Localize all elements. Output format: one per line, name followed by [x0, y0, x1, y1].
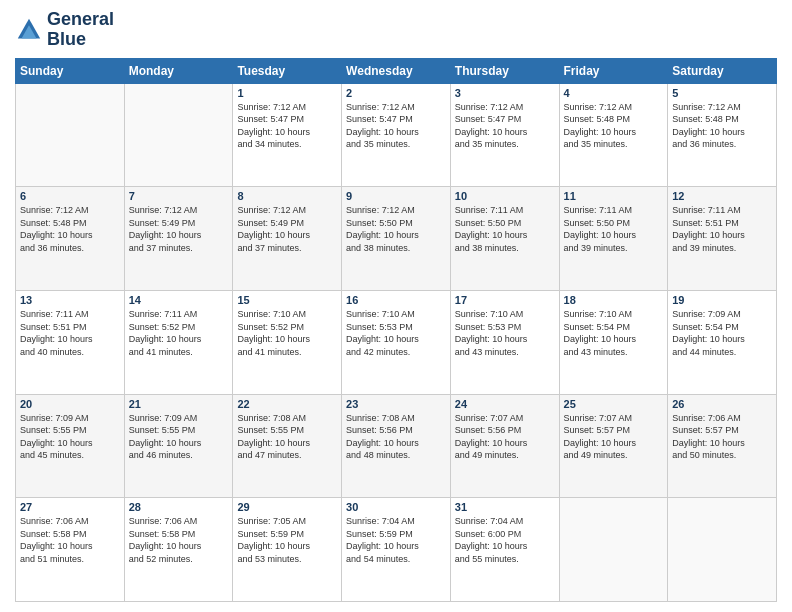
- calendar-cell: 18Sunrise: 7:10 AM Sunset: 5:54 PM Dayli…: [559, 290, 668, 394]
- calendar-cell: 30Sunrise: 7:04 AM Sunset: 5:59 PM Dayli…: [342, 498, 451, 602]
- calendar-cell: 3Sunrise: 7:12 AM Sunset: 5:47 PM Daylig…: [450, 83, 559, 187]
- day-info: Sunrise: 7:06 AM Sunset: 5:58 PM Dayligh…: [20, 515, 120, 565]
- week-row-4: 20Sunrise: 7:09 AM Sunset: 5:55 PM Dayli…: [16, 394, 777, 498]
- calendar-cell: 28Sunrise: 7:06 AM Sunset: 5:58 PM Dayli…: [124, 498, 233, 602]
- day-number: 14: [129, 294, 229, 306]
- day-number: 27: [20, 501, 120, 513]
- day-info: Sunrise: 7:10 AM Sunset: 5:53 PM Dayligh…: [455, 308, 555, 358]
- day-number: 6: [20, 190, 120, 202]
- day-number: 18: [564, 294, 664, 306]
- day-info: Sunrise: 7:11 AM Sunset: 5:50 PM Dayligh…: [564, 204, 664, 254]
- day-header-saturday: Saturday: [668, 58, 777, 83]
- day-number: 2: [346, 87, 446, 99]
- calendar-cell: 7Sunrise: 7:12 AM Sunset: 5:49 PM Daylig…: [124, 187, 233, 291]
- calendar-cell: [668, 498, 777, 602]
- day-info: Sunrise: 7:10 AM Sunset: 5:52 PM Dayligh…: [237, 308, 337, 358]
- calendar-cell: 26Sunrise: 7:06 AM Sunset: 5:57 PM Dayli…: [668, 394, 777, 498]
- logo: General Blue: [15, 10, 114, 50]
- day-info: Sunrise: 7:12 AM Sunset: 5:48 PM Dayligh…: [672, 101, 772, 151]
- day-number: 8: [237, 190, 337, 202]
- day-info: Sunrise: 7:09 AM Sunset: 5:55 PM Dayligh…: [129, 412, 229, 462]
- day-number: 30: [346, 501, 446, 513]
- calendar-cell: 17Sunrise: 7:10 AM Sunset: 5:53 PM Dayli…: [450, 290, 559, 394]
- day-number: 11: [564, 190, 664, 202]
- calendar-cell: 4Sunrise: 7:12 AM Sunset: 5:48 PM Daylig…: [559, 83, 668, 187]
- week-row-2: 6Sunrise: 7:12 AM Sunset: 5:48 PM Daylig…: [16, 187, 777, 291]
- day-number: 3: [455, 87, 555, 99]
- day-info: Sunrise: 7:11 AM Sunset: 5:52 PM Dayligh…: [129, 308, 229, 358]
- calendar-cell: 20Sunrise: 7:09 AM Sunset: 5:55 PM Dayli…: [16, 394, 125, 498]
- day-number: 24: [455, 398, 555, 410]
- day-number: 29: [237, 501, 337, 513]
- day-number: 17: [455, 294, 555, 306]
- calendar-cell: 27Sunrise: 7:06 AM Sunset: 5:58 PM Dayli…: [16, 498, 125, 602]
- day-number: 10: [455, 190, 555, 202]
- day-header-thursday: Thursday: [450, 58, 559, 83]
- day-number: 22: [237, 398, 337, 410]
- day-header-wednesday: Wednesday: [342, 58, 451, 83]
- calendar-cell: [559, 498, 668, 602]
- calendar-cell: 8Sunrise: 7:12 AM Sunset: 5:49 PM Daylig…: [233, 187, 342, 291]
- calendar-cell: 21Sunrise: 7:09 AM Sunset: 5:55 PM Dayli…: [124, 394, 233, 498]
- week-row-1: 1Sunrise: 7:12 AM Sunset: 5:47 PM Daylig…: [16, 83, 777, 187]
- calendar-cell: 24Sunrise: 7:07 AM Sunset: 5:56 PM Dayli…: [450, 394, 559, 498]
- day-header-tuesday: Tuesday: [233, 58, 342, 83]
- day-number: 5: [672, 87, 772, 99]
- day-info: Sunrise: 7:06 AM Sunset: 5:58 PM Dayligh…: [129, 515, 229, 565]
- day-info: Sunrise: 7:12 AM Sunset: 5:49 PM Dayligh…: [237, 204, 337, 254]
- day-info: Sunrise: 7:04 AM Sunset: 6:00 PM Dayligh…: [455, 515, 555, 565]
- day-info: Sunrise: 7:09 AM Sunset: 5:55 PM Dayligh…: [20, 412, 120, 462]
- day-header-friday: Friday: [559, 58, 668, 83]
- day-number: 19: [672, 294, 772, 306]
- calendar-cell: 12Sunrise: 7:11 AM Sunset: 5:51 PM Dayli…: [668, 187, 777, 291]
- calendar-cell: 1Sunrise: 7:12 AM Sunset: 5:47 PM Daylig…: [233, 83, 342, 187]
- day-info: Sunrise: 7:08 AM Sunset: 5:55 PM Dayligh…: [237, 412, 337, 462]
- day-info: Sunrise: 7:11 AM Sunset: 5:51 PM Dayligh…: [672, 204, 772, 254]
- day-info: Sunrise: 7:07 AM Sunset: 5:57 PM Dayligh…: [564, 412, 664, 462]
- calendar-cell: 13Sunrise: 7:11 AM Sunset: 5:51 PM Dayli…: [16, 290, 125, 394]
- day-info: Sunrise: 7:04 AM Sunset: 5:59 PM Dayligh…: [346, 515, 446, 565]
- calendar-cell: [16, 83, 125, 187]
- day-number: 31: [455, 501, 555, 513]
- calendar-cell: 31Sunrise: 7:04 AM Sunset: 6:00 PM Dayli…: [450, 498, 559, 602]
- calendar-cell: 10Sunrise: 7:11 AM Sunset: 5:50 PM Dayli…: [450, 187, 559, 291]
- day-info: Sunrise: 7:10 AM Sunset: 5:53 PM Dayligh…: [346, 308, 446, 358]
- day-number: 15: [237, 294, 337, 306]
- day-number: 25: [564, 398, 664, 410]
- day-number: 20: [20, 398, 120, 410]
- day-info: Sunrise: 7:08 AM Sunset: 5:56 PM Dayligh…: [346, 412, 446, 462]
- day-number: 26: [672, 398, 772, 410]
- calendar-cell: 11Sunrise: 7:11 AM Sunset: 5:50 PM Dayli…: [559, 187, 668, 291]
- calendar-cell: 14Sunrise: 7:11 AM Sunset: 5:52 PM Dayli…: [124, 290, 233, 394]
- day-info: Sunrise: 7:11 AM Sunset: 5:50 PM Dayligh…: [455, 204, 555, 254]
- day-info: Sunrise: 7:12 AM Sunset: 5:48 PM Dayligh…: [564, 101, 664, 151]
- day-number: 7: [129, 190, 229, 202]
- week-row-3: 13Sunrise: 7:11 AM Sunset: 5:51 PM Dayli…: [16, 290, 777, 394]
- calendar-cell: 23Sunrise: 7:08 AM Sunset: 5:56 PM Dayli…: [342, 394, 451, 498]
- day-info: Sunrise: 7:07 AM Sunset: 5:56 PM Dayligh…: [455, 412, 555, 462]
- calendar-cell: 5Sunrise: 7:12 AM Sunset: 5:48 PM Daylig…: [668, 83, 777, 187]
- day-number: 13: [20, 294, 120, 306]
- day-number: 28: [129, 501, 229, 513]
- day-number: 12: [672, 190, 772, 202]
- day-number: 4: [564, 87, 664, 99]
- day-info: Sunrise: 7:09 AM Sunset: 5:54 PM Dayligh…: [672, 308, 772, 358]
- calendar-cell: 15Sunrise: 7:10 AM Sunset: 5:52 PM Dayli…: [233, 290, 342, 394]
- week-row-5: 27Sunrise: 7:06 AM Sunset: 5:58 PM Dayli…: [16, 498, 777, 602]
- calendar-cell: [124, 83, 233, 187]
- day-number: 16: [346, 294, 446, 306]
- calendar-cell: 19Sunrise: 7:09 AM Sunset: 5:54 PM Dayli…: [668, 290, 777, 394]
- calendar-cell: 9Sunrise: 7:12 AM Sunset: 5:50 PM Daylig…: [342, 187, 451, 291]
- day-info: Sunrise: 7:06 AM Sunset: 5:57 PM Dayligh…: [672, 412, 772, 462]
- calendar-cell: 16Sunrise: 7:10 AM Sunset: 5:53 PM Dayli…: [342, 290, 451, 394]
- day-number: 9: [346, 190, 446, 202]
- logo-text: General Blue: [47, 10, 114, 50]
- day-info: Sunrise: 7:12 AM Sunset: 5:49 PM Dayligh…: [129, 204, 229, 254]
- day-info: Sunrise: 7:12 AM Sunset: 5:50 PM Dayligh…: [346, 204, 446, 254]
- day-number: 23: [346, 398, 446, 410]
- logo-icon: [15, 16, 43, 44]
- day-info: Sunrise: 7:12 AM Sunset: 5:47 PM Dayligh…: [237, 101, 337, 151]
- day-info: Sunrise: 7:05 AM Sunset: 5:59 PM Dayligh…: [237, 515, 337, 565]
- day-info: Sunrise: 7:12 AM Sunset: 5:47 PM Dayligh…: [455, 101, 555, 151]
- day-info: Sunrise: 7:12 AM Sunset: 5:48 PM Dayligh…: [20, 204, 120, 254]
